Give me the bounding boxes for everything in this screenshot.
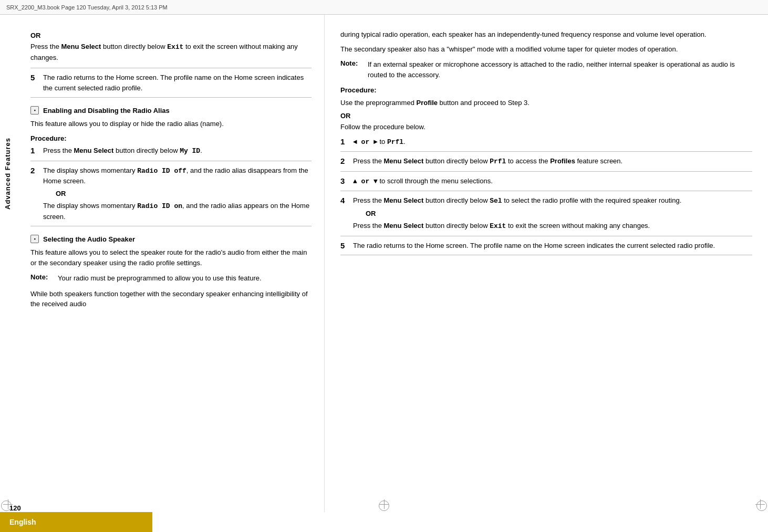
while-text: While both speakers function together wi…: [30, 289, 312, 309]
left-s1-step1-content: Press the Menu Select button directly be…: [43, 145, 312, 157]
right-step5-content: The radio returns to the Home screen. Th…: [353, 241, 752, 251]
section1-heading-block: ▪ Enabling and Disabling the Radio Alias: [30, 106, 312, 114]
r-step4-end: to select the radio profile with the req…: [502, 196, 682, 204]
step1-mid: button directly below: [113, 147, 180, 154]
right-step1-content: ◄ or ► to Prfl.: [353, 137, 752, 148]
section2-heading-text: Selecting the Audio Speaker: [43, 235, 135, 243]
note2-content: If an external speaker or microphone acc…: [368, 59, 752, 80]
step2-radio-off: Radio ID off: [137, 167, 186, 175]
section2-heading-block: ▪ Selecting the Audio Speaker: [30, 235, 312, 243]
intro-menu-select: Menu Select: [61, 43, 101, 50]
r-step4-or: OR: [366, 208, 752, 219]
r-step4-sel: Sel: [490, 197, 502, 205]
right-or1: OR: [340, 112, 752, 120]
right-step1-to: to: [378, 138, 387, 145]
r-step4-ms: Menu Select: [384, 196, 424, 204]
r-step4-mid: button directly below: [423, 196, 490, 204]
divider-1: [30, 68, 312, 68]
right-step5-num: 5: [340, 241, 353, 251]
r-step3-arrows: ▲ or ▼: [353, 178, 378, 185]
r-step4-or-end: to exit the screen without making any ch…: [506, 222, 650, 230]
vertical-label-text: Advanced Features: [4, 138, 12, 210]
r-step2-end: to access the: [506, 157, 550, 165]
r-step2-ms: Menu Select: [384, 157, 424, 165]
left-step5: 5 The radio returns to the Home screen. …: [30, 72, 312, 93]
step2-pre: The display shows momentary: [43, 166, 137, 174]
right-divider-1: [340, 151, 752, 152]
intro-press: Press the: [30, 43, 61, 50]
procedure2-label: Procedure:: [340, 85, 752, 96]
r-step4-or-ms: Menu Select: [384, 222, 424, 230]
divider-2: [30, 97, 312, 98]
r-step2-mid: button directly below: [423, 157, 490, 165]
right-step2: 2 Press the Menu Select button directly …: [340, 156, 752, 167]
r-step4-or-exit: Exit: [490, 222, 506, 230]
section1-desc: This feature allows you to display or hi…: [30, 119, 312, 129]
step1-pre: Press the: [43, 147, 74, 154]
proc2-end: button and proceed to Step 3.: [438, 99, 530, 107]
note2-label: Note:: [340, 59, 368, 80]
left-s1-step2-content: The display shows momentary Radio ID off…: [43, 165, 312, 222]
step2-radio-on: Radio ID on: [137, 202, 182, 210]
procedure1-label: Procedure:: [30, 133, 312, 144]
step1-myid: My ID: [180, 147, 200, 155]
right-step3-num: 3: [340, 176, 353, 187]
step1-menu-select: Menu Select: [74, 147, 114, 154]
right-step5: 5 The radio returns to the Home screen. …: [340, 241, 752, 251]
procedure2-desc: Use the preprogrammed Profile button and…: [340, 98, 752, 108]
right-divider-3: [340, 191, 752, 191]
left-s1-step2-num: 2: [30, 165, 43, 222]
right-step4-content: Press the Menu Select button directly be…: [353, 195, 752, 232]
r-step2-pre: Press the: [353, 157, 384, 165]
language-bar: English: [0, 512, 152, 532]
right-divider-5: [340, 255, 752, 255]
divider-4: [30, 226, 312, 226]
note1-block: Note: Your radio must be preprogrammed t…: [30, 273, 312, 284]
page-number: 120: [9, 504, 21, 512]
note2-block: Note: If an external speaker or micropho…: [340, 59, 752, 80]
left-s1-step2: 2 The display shows momentary Radio ID o…: [30, 165, 312, 222]
divider-3: [30, 161, 312, 161]
r-step4-or-pre: Press the: [353, 222, 384, 230]
r-step4-pre: Press the: [353, 196, 384, 204]
proc2-pre: Use the preprogrammed: [340, 99, 417, 107]
left-s1-step1: 1 Press the Menu Select button directly …: [30, 145, 312, 157]
main-content: OR Press the Menu Select button directly…: [20, 15, 768, 512]
right-step3: 3 ▲ or ▼ to scroll through the menu sele…: [340, 176, 752, 187]
right-step2-content: Press the Menu Select button directly be…: [353, 156, 752, 167]
right-step3-content: ▲ or ▼ to scroll through the menu select…: [353, 176, 752, 187]
right-step4-num: 4: [340, 195, 353, 232]
header-text: SRX_2200_M3.book Page 120 Tuesday, April…: [6, 4, 168, 11]
right-para2: The secondary speaker also has a "whispe…: [340, 44, 752, 55]
r-step2-profiles: Profiles: [550, 157, 575, 165]
vertical-label: Advanced Features: [0, 105, 15, 242]
right-divider-2: [340, 171, 752, 172]
intro-exit: Exit: [167, 43, 183, 51]
left-step5-num: 5: [30, 72, 43, 93]
right-divider-4: [340, 236, 752, 236]
intro-button: button directly below: [101, 43, 167, 50]
proc2-profile: Profile: [417, 99, 438, 107]
right-step1-num: 1: [340, 137, 353, 148]
section1-icon: ▪: [30, 106, 39, 114]
step2-or: OR: [56, 189, 312, 199]
left-step5-content: The radio returns to the Home screen. Th…: [43, 72, 312, 93]
right-step1-prfl: Prfl: [387, 138, 403, 146]
intro-block: OR Press the Menu Select button directly…: [30, 32, 312, 62]
right-step2-num: 2: [340, 156, 353, 167]
header-bar: SRX_2200_M3.book Page 120 Tuesday, April…: [0, 0, 768, 15]
right-step1-period: .: [403, 138, 406, 145]
left-s1-step1-num: 1: [30, 145, 43, 157]
r-step3-text: to scroll through the menu selections.: [378, 177, 493, 185]
note1-content: Your radio must be preprogrammed to allo…: [58, 273, 312, 284]
note1-label: Note:: [30, 273, 58, 284]
intro-or: OR: [30, 32, 312, 39]
left-column: OR Press the Menu Select button directly…: [20, 15, 325, 512]
right-para1: during typical radio operation, each spe…: [340, 29, 752, 40]
r-step2-end2: feature screen.: [575, 157, 622, 165]
right-column: during typical radio operation, each spe…: [325, 15, 768, 512]
r-step2-prfl: Prfl: [490, 158, 506, 165]
follow-text: Follow the procedure below.: [340, 122, 752, 132]
section1-heading-text: Enabling and Disabling the Radio Alias: [43, 107, 170, 114]
right-step1-arrows: ◄ or ►: [353, 138, 378, 146]
